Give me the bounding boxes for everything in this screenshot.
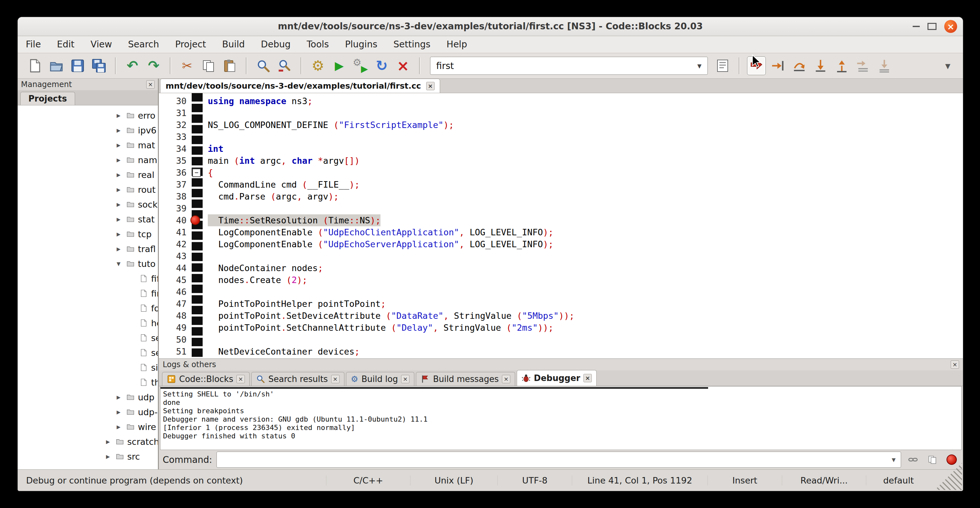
tree-item-erro[interactable]: ▸erro (18, 108, 158, 123)
code-line-42[interactable]: 42 LogComponentEnable ("UdpEchoServerApp… (159, 238, 963, 250)
debug-continue-button[interactable] (747, 56, 766, 75)
tree-item-sock[interactable]: ▸sock (18, 197, 158, 212)
tree-item-udp[interactable]: ▸udp (18, 390, 158, 404)
editor-tab-close-icon[interactable]: × (426, 82, 434, 90)
open-file-button[interactable] (47, 57, 65, 75)
tree-item-se[interactable]: se (18, 345, 158, 360)
code-line-38[interactable]: 38 cmd.Parse (argc, argv); (159, 191, 963, 202)
menu-file[interactable]: File (18, 36, 49, 53)
menu-plugins[interactable]: Plugins (337, 36, 385, 53)
logs-close-icon[interactable]: × (951, 360, 959, 369)
chevron-down-icon[interactable]: ▾ (886, 455, 901, 464)
tab-close-icon[interactable]: × (584, 374, 592, 382)
tree-item-scratch[interactable]: ▸scratch (18, 434, 158, 449)
menu-view[interactable]: View (83, 36, 120, 53)
cut-button[interactable]: ✂ (178, 57, 196, 75)
code-line-40[interactable]: 40 Time::SetResolution (Time::NS); (159, 214, 963, 226)
chevron-right-icon[interactable]: ▸ (117, 229, 126, 239)
attach-log-button[interactable] (905, 452, 920, 467)
code-line-46[interactable]: 46 (159, 286, 963, 298)
undo-button[interactable]: ↶ (123, 57, 142, 75)
tab-codeblocks-log[interactable]: Code::Blocks × (162, 372, 250, 386)
management-close-icon[interactable]: × (146, 80, 154, 89)
tree-item-tuto[interactable]: ▾tuto (18, 256, 158, 271)
step-out-button[interactable] (833, 57, 851, 75)
save-button[interactable] (68, 57, 87, 75)
code-line-50[interactable]: 50 (159, 334, 963, 346)
breakpoint-icon[interactable] (190, 215, 200, 225)
code-line-39[interactable]: 39 (159, 202, 963, 214)
chevron-right-icon[interactable]: ▸ (106, 452, 116, 461)
tab-close-icon[interactable]: × (237, 375, 245, 383)
tree-item-trafl[interactable]: ▸trafl (18, 241, 158, 256)
tab-close-icon[interactable]: × (502, 375, 510, 383)
tab-search-results[interactable]: Search results × (251, 372, 344, 386)
next-line-button[interactable] (790, 57, 808, 75)
next-instruction-button[interactable] (854, 57, 872, 75)
code-line-43[interactable]: 43 (159, 250, 963, 262)
chevron-right-icon[interactable]: ▸ (117, 155, 126, 164)
redo-button[interactable]: ↷ (145, 57, 163, 75)
tree-item-he[interactable]: he (18, 315, 158, 330)
chevron-right-icon[interactable]: ▸ (117, 393, 126, 401)
tree-item-udp-[interactable]: ▸udp- (18, 404, 158, 419)
close-button[interactable]: × (944, 20, 957, 33)
rebuild-button[interactable]: ↻ (373, 57, 391, 75)
chevron-right-icon[interactable]: ▸ (117, 408, 126, 416)
chevron-right-icon[interactable]: ▸ (117, 170, 126, 179)
build-button[interactable]: ⚙ (309, 57, 327, 75)
breakpoint-margin[interactable] (192, 93, 203, 358)
chevron-down-icon[interactable]: ▾ (117, 259, 126, 268)
code-line-35[interactable]: 35main (int argc, char *argv[]) (159, 155, 963, 167)
code-editor[interactable]: 30using namespace ns3;3132NS_LOG_COMPONE… (159, 93, 963, 358)
tree-item-fir[interactable]: fir (18, 286, 158, 301)
tree-item-mat[interactable]: ▸mat (18, 138, 158, 153)
tree-item-nam[interactable]: ▸nam (18, 153, 158, 167)
new-file-button[interactable] (26, 57, 44, 75)
code-line-36[interactable]: 36−{ (159, 167, 963, 178)
chevron-right-icon[interactable]: ▸ (106, 437, 116, 446)
code-line-49[interactable]: 49 pointToPoint.SetChannelAttribute ("De… (159, 322, 963, 334)
tab-build-log[interactable]: ⚙ Build log × (346, 372, 414, 386)
chevron-right-icon[interactable]: ▸ (117, 126, 126, 135)
chevron-right-icon[interactable]: ▸ (117, 185, 126, 194)
save-all-button[interactable] (90, 57, 108, 75)
tree-item-rout[interactable]: ▸rout (18, 182, 158, 197)
chevron-right-icon[interactable]: ▸ (117, 244, 126, 253)
tree-item-se[interactable]: se (18, 330, 158, 345)
run-button[interactable]: ▶ (330, 57, 348, 75)
editor-tab[interactable]: mnt/dev/tools/source/ns-3-dev/examples/t… (160, 79, 440, 93)
stop-debugger-button[interactable] (944, 452, 959, 467)
menu-search[interactable]: Search (120, 36, 167, 53)
minimize-button[interactable] (913, 26, 920, 27)
target-options-button[interactable] (714, 57, 732, 75)
copy-log-button[interactable] (925, 452, 940, 467)
menu-settings[interactable]: Settings (385, 36, 439, 53)
chevron-right-icon[interactable]: ▸ (117, 111, 126, 120)
code-line-51[interactable]: 51 NetDeviceContainer devices; (159, 346, 963, 357)
tab-projects[interactable]: Projects (20, 92, 75, 105)
code-line-48[interactable]: 48 pointToPoint.SetDeviceAttribute ("Dat… (159, 310, 963, 322)
toolbar-overflow-button[interactable]: ▾ (940, 58, 956, 74)
tree-item-six[interactable]: six (18, 360, 158, 375)
tree-item-wire[interactable]: ▸wire (18, 419, 158, 434)
menu-tools[interactable]: Tools (299, 36, 337, 53)
menu-project[interactable]: Project (167, 36, 214, 53)
build-and-run-button[interactable]: ⚙ ▶ (352, 57, 369, 75)
find-button[interactable] (254, 57, 272, 75)
code-line-31[interactable]: 31 (159, 107, 963, 119)
tree-item-th[interactable]: th (18, 375, 158, 390)
chevron-right-icon[interactable]: ▸ (117, 140, 126, 150)
menu-edit[interactable]: Edit (49, 36, 83, 53)
run-to-cursor-button[interactable] (769, 57, 787, 75)
build-target-select[interactable]: first ▾ (430, 57, 708, 75)
code-line-45[interactable]: 45 nodes.Create (2); (159, 274, 963, 286)
code-line-44[interactable]: 44 NodeContainer nodes; (159, 262, 963, 274)
chevron-down-icon[interactable]: ▾ (691, 61, 708, 71)
code-line-33[interactable]: 33 (159, 131, 963, 143)
fold-marker-icon[interactable]: − (192, 169, 201, 177)
code-line-32[interactable]: 32NS_LOG_COMPONENT_DEFINE ("FirstScriptE… (159, 119, 963, 131)
tab-build-messages[interactable]: Build messages × (416, 372, 515, 386)
abort-build-button[interactable]: × (394, 57, 412, 75)
tree-item-fo[interactable]: fo (18, 301, 158, 315)
